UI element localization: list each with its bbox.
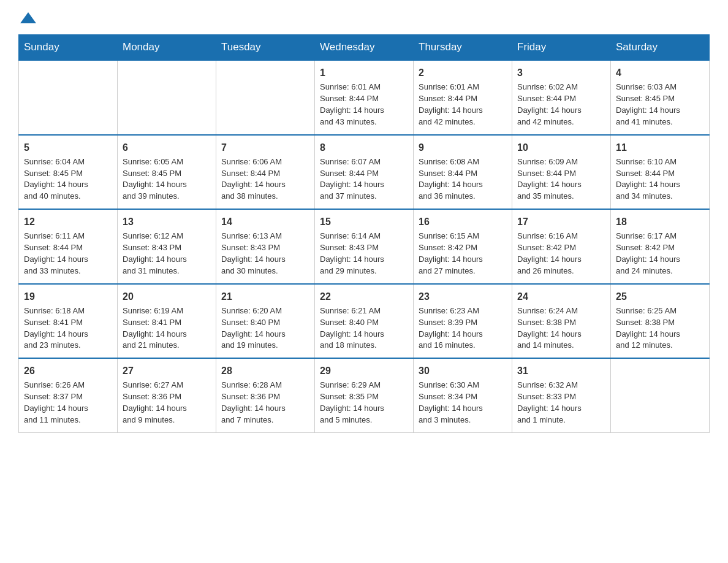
day-info: Sunrise: 6:28 AM Sunset: 8:36 PM Dayligh… xyxy=(221,380,309,426)
calendar-cell: 17Sunrise: 6:16 AM Sunset: 8:42 PM Dayli… xyxy=(512,209,611,284)
day-info: Sunrise: 6:25 AM Sunset: 8:38 PM Dayligh… xyxy=(616,305,704,351)
day-number: 2 xyxy=(419,66,507,80)
day-number: 11 xyxy=(616,140,704,155)
day-number: 3 xyxy=(517,66,605,80)
day-number: 9 xyxy=(419,140,507,155)
day-info: Sunrise: 6:21 AM Sunset: 8:40 PM Dayligh… xyxy=(320,305,408,351)
calendar-cell: 21Sunrise: 6:20 AM Sunset: 8:40 PM Dayli… xyxy=(216,284,315,359)
day-info: Sunrise: 6:26 AM Sunset: 8:37 PM Dayligh… xyxy=(24,380,112,426)
week-row: 19Sunrise: 6:18 AM Sunset: 8:41 PM Dayli… xyxy=(19,284,710,359)
calendar-cell: 15Sunrise: 6:14 AM Sunset: 8:43 PM Dayli… xyxy=(315,209,414,284)
day-number: 1 xyxy=(320,66,408,80)
calendar-cell xyxy=(216,60,315,135)
calendar-cell: 4Sunrise: 6:03 AM Sunset: 8:45 PM Daylig… xyxy=(611,60,710,135)
day-number: 24 xyxy=(517,289,605,304)
day-info: Sunrise: 6:05 AM Sunset: 8:45 PM Dayligh… xyxy=(123,156,211,202)
week-row: 12Sunrise: 6:11 AM Sunset: 8:44 PM Dayli… xyxy=(19,209,710,284)
day-info: Sunrise: 6:18 AM Sunset: 8:41 PM Dayligh… xyxy=(24,305,112,351)
day-number: 16 xyxy=(419,215,507,229)
calendar-cell: 22Sunrise: 6:21 AM Sunset: 8:40 PM Dayli… xyxy=(315,284,414,359)
day-info: Sunrise: 6:11 AM Sunset: 8:44 PM Dayligh… xyxy=(24,231,112,277)
day-number: 19 xyxy=(24,289,112,304)
day-info: Sunrise: 6:23 AM Sunset: 8:39 PM Dayligh… xyxy=(419,305,507,351)
calendar-cell: 5Sunrise: 6:04 AM Sunset: 8:45 PM Daylig… xyxy=(19,135,118,210)
calendar-cell: 12Sunrise: 6:11 AM Sunset: 8:44 PM Dayli… xyxy=(19,209,118,284)
day-info: Sunrise: 6:09 AM Sunset: 8:44 PM Dayligh… xyxy=(517,156,605,202)
calendar-cell: 25Sunrise: 6:25 AM Sunset: 8:38 PM Dayli… xyxy=(611,284,710,359)
day-number: 20 xyxy=(123,289,211,304)
calendar-cell: 29Sunrise: 6:29 AM Sunset: 8:35 PM Dayli… xyxy=(315,358,414,432)
week-row: 26Sunrise: 6:26 AM Sunset: 8:37 PM Dayli… xyxy=(19,358,710,432)
day-info: Sunrise: 6:29 AM Sunset: 8:35 PM Dayligh… xyxy=(320,380,408,426)
day-number: 28 xyxy=(221,364,309,378)
day-info: Sunrise: 6:32 AM Sunset: 8:33 PM Dayligh… xyxy=(517,380,605,426)
day-info: Sunrise: 6:03 AM Sunset: 8:45 PM Dayligh… xyxy=(616,82,704,128)
calendar-cell: 23Sunrise: 6:23 AM Sunset: 8:39 PM Dayli… xyxy=(414,284,512,359)
day-number: 29 xyxy=(320,364,408,378)
day-info: Sunrise: 6:06 AM Sunset: 8:44 PM Dayligh… xyxy=(221,156,309,202)
calendar-cell: 10Sunrise: 6:09 AM Sunset: 8:44 PM Dayli… xyxy=(512,135,611,210)
day-info: Sunrise: 6:20 AM Sunset: 8:40 PM Dayligh… xyxy=(221,305,309,351)
day-number: 7 xyxy=(221,140,309,155)
day-info: Sunrise: 6:04 AM Sunset: 8:45 PM Dayligh… xyxy=(24,156,112,202)
calendar-cell: 13Sunrise: 6:12 AM Sunset: 8:43 PM Dayli… xyxy=(118,209,216,284)
day-number: 6 xyxy=(123,140,211,155)
day-number: 21 xyxy=(221,289,309,304)
calendar-cell: 11Sunrise: 6:10 AM Sunset: 8:44 PM Dayli… xyxy=(611,135,710,210)
day-info: Sunrise: 6:08 AM Sunset: 8:44 PM Dayligh… xyxy=(419,156,507,202)
week-row: 1Sunrise: 6:01 AM Sunset: 8:44 PM Daylig… xyxy=(19,60,710,135)
calendar-cell: 8Sunrise: 6:07 AM Sunset: 8:44 PM Daylig… xyxy=(315,135,414,210)
day-number: 13 xyxy=(123,215,211,229)
day-info: Sunrise: 6:17 AM Sunset: 8:42 PM Dayligh… xyxy=(616,231,704,277)
day-info: Sunrise: 6:19 AM Sunset: 8:41 PM Dayligh… xyxy=(123,305,211,351)
day-of-week-header: Monday xyxy=(118,35,216,61)
week-row: 5Sunrise: 6:04 AM Sunset: 8:45 PM Daylig… xyxy=(19,135,710,210)
day-number: 23 xyxy=(419,289,507,304)
day-number: 10 xyxy=(517,140,605,155)
calendar-cell: 26Sunrise: 6:26 AM Sunset: 8:37 PM Dayli… xyxy=(19,358,118,432)
day-info: Sunrise: 6:07 AM Sunset: 8:44 PM Dayligh… xyxy=(320,156,408,202)
day-of-week-header: Friday xyxy=(512,35,611,61)
day-number: 15 xyxy=(320,215,408,229)
day-info: Sunrise: 6:02 AM Sunset: 8:44 PM Dayligh… xyxy=(517,82,605,128)
day-number: 27 xyxy=(123,364,211,378)
day-info: Sunrise: 6:15 AM Sunset: 8:42 PM Dayligh… xyxy=(419,231,507,277)
day-number: 12 xyxy=(24,215,112,229)
calendar-cell: 20Sunrise: 6:19 AM Sunset: 8:41 PM Dayli… xyxy=(118,284,216,359)
day-number: 4 xyxy=(616,66,704,80)
calendar-cell xyxy=(19,60,118,135)
calendar-cell xyxy=(118,60,216,135)
calendar-cell: 27Sunrise: 6:27 AM Sunset: 8:36 PM Dayli… xyxy=(118,358,216,432)
day-number: 14 xyxy=(221,215,309,229)
day-of-week-header: Saturday xyxy=(611,35,710,61)
calendar-cell: 24Sunrise: 6:24 AM Sunset: 8:38 PM Dayli… xyxy=(512,284,611,359)
calendar-cell: 14Sunrise: 6:13 AM Sunset: 8:43 PM Dayli… xyxy=(216,209,315,284)
day-info: Sunrise: 6:24 AM Sunset: 8:38 PM Dayligh… xyxy=(517,305,605,351)
day-info: Sunrise: 6:16 AM Sunset: 8:42 PM Dayligh… xyxy=(517,231,605,277)
day-number: 18 xyxy=(616,215,704,229)
calendar-cell: 6Sunrise: 6:05 AM Sunset: 8:45 PM Daylig… xyxy=(118,135,216,210)
calendar-cell: 28Sunrise: 6:28 AM Sunset: 8:36 PM Dayli… xyxy=(216,358,315,432)
day-number: 25 xyxy=(616,289,704,304)
day-number: 31 xyxy=(517,364,605,378)
day-number: 17 xyxy=(517,215,605,229)
day-of-week-header: Tuesday xyxy=(216,35,315,61)
day-of-week-header: Sunday xyxy=(19,35,118,61)
day-info: Sunrise: 6:12 AM Sunset: 8:43 PM Dayligh… xyxy=(123,231,211,277)
day-info: Sunrise: 6:30 AM Sunset: 8:34 PM Dayligh… xyxy=(419,380,507,426)
logo-triangle-icon xyxy=(20,12,36,23)
calendar-cell: 18Sunrise: 6:17 AM Sunset: 8:42 PM Dayli… xyxy=(611,209,710,284)
calendar-cell: 31Sunrise: 6:32 AM Sunset: 8:33 PM Dayli… xyxy=(512,358,611,432)
logo xyxy=(18,12,37,22)
page-header xyxy=(18,12,710,22)
calendar-table: SundayMondayTuesdayWednesdayThursdayFrid… xyxy=(18,34,710,433)
day-info: Sunrise: 6:10 AM Sunset: 8:44 PM Dayligh… xyxy=(616,156,704,202)
day-number: 26 xyxy=(24,364,112,378)
calendar-cell: 3Sunrise: 6:02 AM Sunset: 8:44 PM Daylig… xyxy=(512,60,611,135)
day-info: Sunrise: 6:27 AM Sunset: 8:36 PM Dayligh… xyxy=(123,380,211,426)
calendar-cell: 1Sunrise: 6:01 AM Sunset: 8:44 PM Daylig… xyxy=(315,60,414,135)
calendar-cell: 16Sunrise: 6:15 AM Sunset: 8:42 PM Dayli… xyxy=(414,209,512,284)
day-number: 30 xyxy=(419,364,507,378)
day-info: Sunrise: 6:01 AM Sunset: 8:44 PM Dayligh… xyxy=(419,82,507,128)
calendar-cell: 7Sunrise: 6:06 AM Sunset: 8:44 PM Daylig… xyxy=(216,135,315,210)
